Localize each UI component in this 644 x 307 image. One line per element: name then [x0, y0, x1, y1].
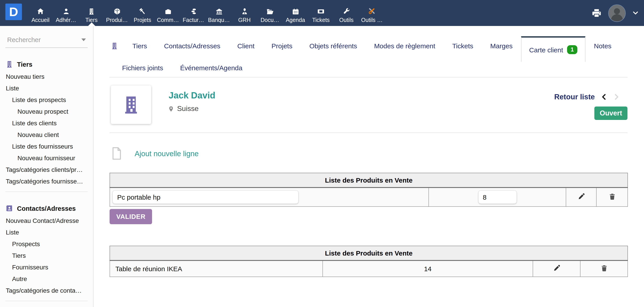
pencil-icon — [578, 193, 585, 200]
tickets-icon — [317, 7, 325, 15]
validate-button[interactable]: VALIDER — [110, 209, 152, 224]
nav-item-outils[interactable]: Outils — [334, 0, 359, 26]
trash-icon — [600, 264, 608, 272]
delete-line-button[interactable] — [596, 187, 628, 206]
sidebar-item-nouveau-prospect[interactable]: Nouveau prospect — [0, 106, 93, 117]
table-row: Table de réunion IKEA 14 — [110, 260, 628, 277]
document-icon — [111, 147, 122, 160]
top-navbar: D Accueil Adhér… Tiers Produi… Projets — [0, 0, 644, 26]
admin-tools-icon — [368, 7, 376, 15]
chevron-down-icon[interactable] — [632, 10, 639, 16]
sidebar-item-nouveau-client[interactable]: Nouveau client — [0, 129, 93, 141]
tab-contacts-adresses[interactable]: Contacts/Adresses — [156, 42, 229, 50]
nav-label: Tickets — [312, 17, 330, 23]
tab-fichiers-joints[interactable]: Fichiers joints — [114, 64, 172, 71]
tab-evenements-agenda[interactable]: Événements/Agenda — [172, 64, 251, 71]
active-tab-label: Carte client — [529, 46, 563, 54]
nav-item-outils-admin[interactable]: Outils … — [359, 0, 384, 26]
sidebar-item-contacts-tiers[interactable]: Tiers — [0, 250, 93, 261]
sidebar-item-contacts-autre[interactable]: Autre — [0, 273, 93, 285]
location-label: Suisse — [177, 105, 198, 113]
tab-modes-de-reglement[interactable]: Modes de règlement — [366, 42, 444, 50]
add-line-row: Ajout nouvelle ligne — [111, 147, 628, 160]
sidebar-section-contacts[interactable]: Contacts/Adresses — [6, 204, 93, 212]
sidebar-item-tags-contacts[interactable]: Tags/catégories de conta… — [0, 285, 93, 296]
tab-notes[interactable]: Notes — [586, 42, 620, 50]
table-row — [110, 187, 628, 206]
nav-item-projets[interactable]: Projets — [130, 0, 155, 26]
sidebar-item-tags-clients[interactable]: Tags/catégories clients/pr… — [0, 164, 93, 175]
nav-label: Produi… — [106, 17, 128, 23]
product-description-input[interactable] — [113, 191, 298, 204]
thirdparty-tab-building-icon[interactable] — [110, 42, 124, 50]
next-record-icon[interactable] — [613, 94, 620, 100]
nav-item-documents[interactable]: Docu… — [257, 0, 283, 26]
nav-item-tiers[interactable]: Tiers — [79, 0, 104, 26]
nav-item-grh[interactable]: GRH — [232, 0, 257, 26]
sidebar-item-liste-prospects[interactable]: Liste des prospects — [0, 94, 93, 106]
nav-label: Banqu… — [208, 17, 230, 23]
product-quantity-input[interactable] — [478, 191, 516, 204]
nav-item-commerce[interactable]: Comm… — [155, 0, 181, 26]
edit-line-button[interactable] — [566, 187, 596, 206]
tools-icon — [343, 7, 350, 15]
nav-item-banque[interactable]: Banqu… — [206, 0, 232, 26]
table-title: Liste des Produits en Vente — [110, 173, 628, 187]
sidebar-item-tags-fournisseurs[interactable]: Tags/catégories fournisse… — [0, 175, 93, 187]
tab-marges[interactable]: Marges — [482, 42, 521, 50]
sidebar-item-nouveau-tiers[interactable]: Nouveau tiers — [0, 71, 93, 82]
nav-item-agenda[interactable]: Agenda — [283, 0, 308, 26]
dolibarr-logo[interactable]: D — [5, 4, 22, 20]
tab-client[interactable]: Client — [229, 42, 263, 50]
nav-label: Projets — [134, 17, 151, 23]
home-icon — [37, 7, 44, 15]
add-new-line-link[interactable]: Ajout nouvelle ligne — [134, 149, 198, 158]
header-divider — [110, 132, 628, 133]
sidebar-item-contacts-prospects[interactable]: Prospects — [0, 238, 93, 250]
sidebar-item-liste-clients[interactable]: Liste des clients — [0, 117, 93, 129]
nav-label: Outils — [339, 17, 354, 23]
projects-icon — [139, 7, 146, 15]
hr-icon — [241, 7, 248, 15]
previous-record-icon[interactable] — [600, 94, 607, 100]
nav-item-facturation[interactable]: Factur… — [181, 0, 206, 26]
sidebar-section-title: Contacts/Adresses — [17, 205, 76, 212]
user-avatar[interactable] — [608, 4, 626, 22]
search-dropdown-caret-icon[interactable] — [82, 39, 86, 41]
building-icon — [6, 60, 13, 68]
address-book-icon — [6, 204, 13, 212]
sidebar-item-liste-contacts[interactable]: Liste — [0, 226, 93, 238]
search-input[interactable] — [6, 36, 79, 44]
print-icon[interactable] — [592, 8, 602, 18]
sidebar-item-liste-fournisseurs[interactable]: Liste des fournisseurs — [0, 141, 93, 152]
sidebar-search — [5, 34, 88, 48]
agenda-icon — [292, 7, 299, 15]
sidebar-item-contacts-fournisseurs[interactable]: Fournisseurs — [0, 261, 93, 273]
nav-item-accueil[interactable]: Accueil — [28, 0, 53, 26]
tab-objets-referents[interactable]: Objets référents — [301, 42, 366, 50]
tab-bar-row1: Tiers Contacts/Adresses Client Projets O… — [110, 34, 628, 58]
nav-item-adherents[interactable]: Adhér… — [53, 0, 79, 26]
products-table-readonly: Liste des Produits en Vente Table de réu… — [110, 246, 628, 277]
tab-carte-client-active[interactable]: Carte client 1 — [521, 36, 586, 62]
delete-line-button[interactable] — [580, 260, 628, 277]
sidebar-item-nouveau-contact[interactable]: Nouveau Contact/Adresse — [0, 215, 93, 226]
back-to-list-link[interactable]: Retour liste — [554, 93, 595, 101]
nav-item-tickets[interactable]: Tickets — [308, 0, 334, 26]
nav-label: Outils … — [361, 17, 382, 23]
building-icon — [122, 95, 140, 115]
tab-tiers[interactable]: Tiers — [124, 42, 156, 50]
nav-label: Agenda — [286, 17, 305, 23]
tab-tickets[interactable]: Tickets — [444, 42, 482, 50]
sidebar-section-tiers[interactable]: Tiers — [6, 60, 93, 68]
edit-line-button[interactable] — [533, 260, 580, 277]
nav-label: GRH — [238, 17, 251, 23]
sidebar-item-nouveau-fournisseur[interactable]: Nouveau fournisseur — [0, 152, 93, 164]
tab-projets[interactable]: Projets — [263, 42, 301, 50]
nav-item-produits[interactable]: Produi… — [104, 0, 130, 26]
sidebar-item-liste-tiers[interactable]: Liste — [0, 82, 93, 94]
navbar-right-tools — [592, 0, 639, 26]
bank-icon — [215, 7, 222, 15]
thirdparty-name-link[interactable]: Jack David — [168, 90, 215, 101]
left-sidebar: Tiers Nouveau tiers Liste Liste des pros… — [0, 26, 94, 307]
